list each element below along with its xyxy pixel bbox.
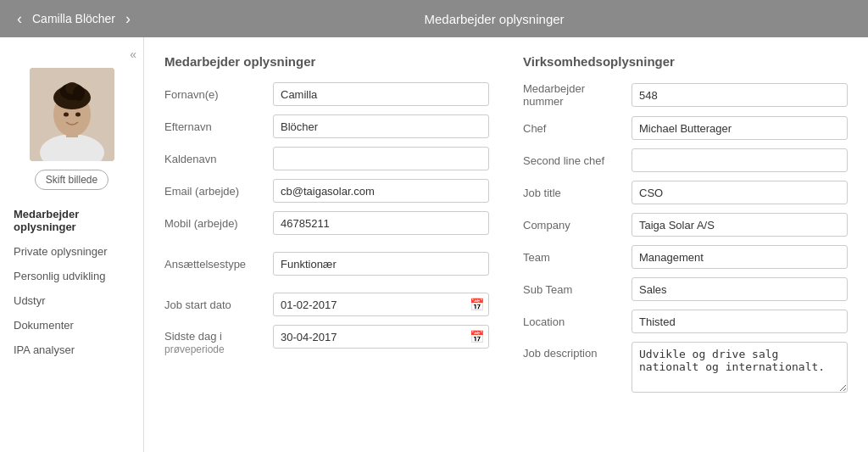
content-area: Medarbejder oplysninger Fornavn(e) Efter… bbox=[144, 37, 868, 452]
svg-point-7 bbox=[73, 86, 85, 101]
second-chef-input[interactable] bbox=[632, 148, 848, 172]
sidste-dag-date-wrap: 📅 bbox=[273, 325, 489, 349]
sidebar-menu: Medarbejder oplysninger Private oplysnin… bbox=[0, 202, 143, 362]
fornavn-input[interactable] bbox=[273, 82, 489, 106]
sidste-dag-row: Sidste dag i prøveperiode 📅 bbox=[164, 325, 489, 355]
team-label: Team bbox=[523, 251, 625, 264]
mobil-row: Mobil (arbejde) bbox=[164, 211, 489, 235]
job-title-input[interactable] bbox=[632, 181, 848, 204]
kaldenavn-row: Kaldenavn bbox=[164, 147, 489, 170]
sidebar-item-ipa-analyser[interactable]: IPA analyser bbox=[14, 338, 130, 362]
topbar-person-name: Camilla Blöcher bbox=[32, 12, 115, 25]
fornavn-row: Fornavn(e) bbox=[164, 82, 489, 106]
location-input[interactable] bbox=[632, 310, 848, 333]
sidste-dag-input[interactable] bbox=[273, 325, 489, 349]
ansaettelsestype-label: Ansættelsestype bbox=[164, 258, 266, 271]
topbar-nav: ‹ Camilla Blöcher › bbox=[14, 7, 134, 31]
second-chef-row: Second line chef bbox=[523, 148, 848, 172]
team-input[interactable] bbox=[632, 245, 848, 269]
job-title-label: Job title bbox=[523, 187, 625, 199]
company-info-section: Virksomhedsoplysninger Medarbejder numme… bbox=[523, 54, 848, 435]
sub-team-input[interactable] bbox=[632, 277, 848, 301]
change-photo-button[interactable]: Skift billede bbox=[35, 170, 108, 190]
svg-point-8 bbox=[64, 113, 69, 117]
chef-input[interactable] bbox=[632, 116, 848, 140]
company-section-title: Virksomhedsoplysninger bbox=[523, 54, 848, 69]
back-button[interactable]: ‹ bbox=[14, 7, 25, 31]
company-row: Company bbox=[523, 213, 848, 237]
sidebar-item-private-oplysninger[interactable]: Private oplysninger bbox=[14, 239, 130, 264]
second-chef-label: Second line chef bbox=[523, 154, 625, 167]
avatar bbox=[30, 68, 114, 161]
forward-button[interactable]: › bbox=[122, 7, 134, 31]
chef-row: Chef bbox=[523, 116, 848, 140]
medarbejder-nr-input[interactable] bbox=[632, 83, 848, 107]
ansaettelsestype-input[interactable] bbox=[273, 252, 489, 276]
sub-team-row: Sub Team bbox=[523, 277, 848, 301]
job-start-row: Job start dato 📅 bbox=[164, 293, 489, 316]
sidebar-collapse-icon[interactable]: « bbox=[130, 47, 136, 61]
company-input[interactable] bbox=[632, 213, 848, 237]
employee-info-section: Medarbejder oplysninger Fornavn(e) Efter… bbox=[164, 54, 489, 435]
job-start-date-wrap: 📅 bbox=[273, 293, 489, 316]
employee-section-title: Medarbejder oplysninger bbox=[164, 54, 489, 69]
sidebar-item-udstyr[interactable]: Udstyr bbox=[14, 288, 130, 313]
sidebar-item-medarbejder-oplysninger[interactable]: Medarbejder oplysninger bbox=[14, 202, 130, 239]
topbar-page-title: Medarbejder oplysninger bbox=[134, 12, 854, 26]
efternavn-label: Efternavn bbox=[164, 120, 266, 133]
medarbejder-nr-row: Medarbejder nummer bbox=[523, 82, 848, 108]
job-start-input[interactable] bbox=[273, 293, 489, 316]
location-row: Location bbox=[523, 310, 848, 333]
email-label: Email (arbejde) bbox=[164, 185, 266, 198]
sidebar-item-personlig-udvikling[interactable]: Personlig udvikling bbox=[14, 264, 130, 288]
sidebar-item-dokumenter[interactable]: Dokumenter bbox=[14, 313, 130, 338]
kaldenavn-input[interactable] bbox=[273, 147, 489, 170]
efternavn-input[interactable] bbox=[273, 114, 489, 138]
topbar: ‹ Camilla Blöcher › Medarbejder oplysnin… bbox=[0, 0, 868, 37]
job-desc-label: Job description bbox=[523, 342, 625, 360]
sidste-dag-label: Sidste dag i prøveperiode bbox=[164, 325, 266, 355]
job-desc-row: Job description Udvikle og drive salg na… bbox=[523, 342, 848, 393]
job-title-row: Job title bbox=[523, 181, 848, 204]
main-layout: « bbox=[0, 37, 868, 452]
ansaettelsestype-row: Ansættelsestype bbox=[164, 252, 489, 276]
mobil-input[interactable] bbox=[273, 211, 489, 235]
efternavn-row: Efternavn bbox=[164, 114, 489, 138]
mobil-label: Mobil (arbejde) bbox=[164, 217, 266, 230]
sidebar: « bbox=[0, 37, 144, 452]
medarbejder-nr-label: Medarbejder nummer bbox=[523, 82, 625, 108]
company-label: Company bbox=[523, 219, 625, 232]
job-desc-textarea[interactable]: Udvikle og drive salg nationalt og inter… bbox=[632, 342, 848, 393]
chef-label: Chef bbox=[523, 122, 625, 135]
email-row: Email (arbejde) bbox=[164, 179, 489, 203]
fornavn-label: Fornavn(e) bbox=[164, 88, 266, 101]
sub-team-label: Sub Team bbox=[523, 283, 625, 296]
team-row: Team bbox=[523, 245, 848, 269]
kaldenavn-label: Kaldenavn bbox=[164, 153, 266, 165]
email-input[interactable] bbox=[273, 179, 489, 203]
svg-point-9 bbox=[75, 113, 81, 117]
job-start-label: Job start dato bbox=[164, 299, 266, 311]
location-label: Location bbox=[523, 315, 625, 328]
